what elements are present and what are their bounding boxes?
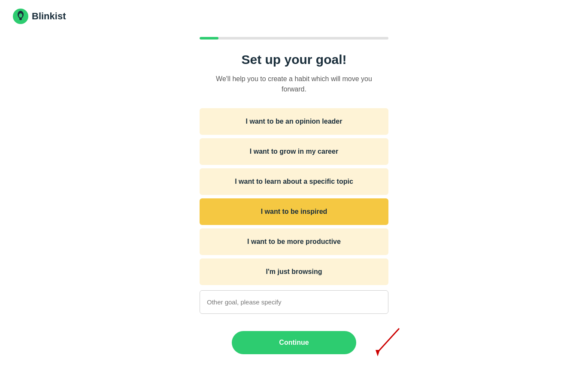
goals-list: I want to be an opinion leader I want to… [200,108,388,289]
goal-be-inspired[interactable]: I want to be inspired [200,198,388,225]
header: Blinkist [0,0,588,33]
page-subtitle: We'll help you to create a habit which w… [212,74,376,94]
logo-text: Blinkist [32,11,66,22]
blinkist-logo-icon [13,9,28,24]
page-title: Set up your goal! [241,52,346,67]
svg-line-4 [378,328,399,352]
goal-grow-career[interactable]: I want to grow in my career [200,138,388,165]
svg-marker-5 [376,350,380,356]
other-goal-input[interactable] [200,290,388,314]
goal-opinion-leader[interactable]: I want to be an opinion leader [200,108,388,135]
main-content: Set up your goal! We'll help you to crea… [0,40,588,367]
arrow-annotation [352,324,403,359]
goal-learn-topic[interactable]: I want to learn about a specific topic [200,168,388,195]
svg-point-3 [19,18,22,20]
logo: Blinkist [13,9,66,24]
goal-browsing[interactable]: I'm just browsing [200,258,388,285]
svg-point-2 [19,13,22,18]
continue-button[interactable]: Continue [232,331,356,354]
goal-productive[interactable]: I want to be more productive [200,228,388,255]
